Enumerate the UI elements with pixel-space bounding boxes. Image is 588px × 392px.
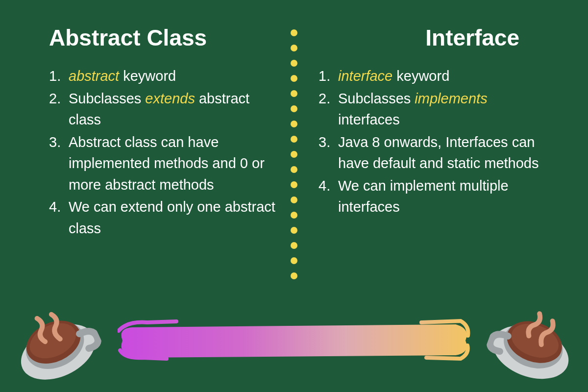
divider-dot bbox=[291, 272, 297, 279]
divider-dot bbox=[291, 212, 297, 219]
list-item: We can extend only one abstract class bbox=[49, 196, 279, 239]
list-item: Abstract class can have implemented meth… bbox=[49, 132, 279, 196]
coffee-cup-icon bbox=[0, 289, 110, 392]
coffee-cup-icon bbox=[479, 291, 588, 392]
keyword-highlight: implements bbox=[415, 91, 487, 106]
divider-dot bbox=[291, 242, 297, 249]
keyword-highlight: abstract bbox=[69, 68, 119, 84]
list-item: interface keyword bbox=[318, 66, 549, 87]
divider-dot bbox=[291, 136, 297, 143]
divider-dot bbox=[291, 196, 297, 203]
list-item: abstract keyword bbox=[49, 66, 279, 87]
comparison-container: Abstract Class abstract keyword Subclass… bbox=[0, 0, 588, 240]
divider-dot bbox=[291, 105, 297, 112]
divider-dot bbox=[291, 151, 297, 158]
divider-dot bbox=[291, 60, 297, 67]
divider-dot bbox=[291, 166, 297, 173]
list-item: Subclasses extends abstract class bbox=[49, 88, 279, 131]
interface-title: Interface bbox=[318, 24, 549, 51]
divider-dot bbox=[291, 90, 297, 97]
interface-list: interface keyword Subclasses implements … bbox=[318, 66, 549, 218]
abstract-class-list: abstract keyword Subclasses extends abst… bbox=[49, 66, 279, 239]
keyword-highlight: interface bbox=[338, 68, 392, 84]
divider-dot bbox=[291, 29, 297, 36]
divider-dot bbox=[291, 45, 297, 51]
abstract-class-column: Abstract Class abstract keyword Subclass… bbox=[49, 24, 289, 240]
brush-stroke-icon bbox=[118, 318, 470, 363]
abstract-class-title: Abstract Class bbox=[49, 24, 279, 51]
divider-dot bbox=[291, 257, 297, 264]
keyword-highlight: extends bbox=[145, 91, 195, 106]
divider-dot bbox=[291, 75, 297, 82]
list-item: We can implement multiple interfaces bbox=[318, 175, 549, 218]
divider-dot bbox=[291, 227, 297, 234]
interface-column: Interface interface keyword Subclasses i… bbox=[309, 24, 549, 240]
divider-dot bbox=[291, 181, 297, 188]
divider-dot bbox=[291, 121, 297, 127]
list-item: Subclasses implements interfaces bbox=[318, 88, 549, 131]
list-item: Java 8 onwards, Interfaces can have defa… bbox=[318, 132, 549, 174]
dotted-divider bbox=[291, 29, 297, 279]
